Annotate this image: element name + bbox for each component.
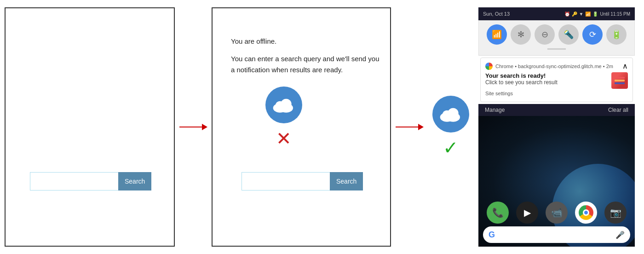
qs-divider [547, 48, 566, 50]
arrow-1 [179, 124, 207, 130]
qs-sync-icon[interactable]: ⟳ [582, 24, 603, 45]
qs-dnd-icon[interactable]: ⊖ [535, 24, 555, 45]
svg-point-7 [448, 108, 458, 119]
site-settings-link[interactable]: Site settings [485, 89, 628, 98]
android-wallpaper: 📞 ▶ 📹 📷 G 🎤 [478, 116, 635, 247]
manage-button[interactable]: Manage [485, 107, 505, 113]
stripe-3 [615, 82, 625, 84]
svg-point-3 [281, 99, 291, 110]
dock-phone-icon[interactable]: 📞 [487, 202, 509, 224]
notification-text-area: Your search is ready! Click to see you s… [485, 72, 608, 86]
cloud-offline-container: ✕ [265, 87, 302, 149]
alarm-icon: ⏰ [564, 12, 570, 17]
qs-battery-saver-icon[interactable]: 🔋 [606, 24, 627, 45]
arrow-1-line [179, 127, 202, 127]
notification-app-label: Chrome • background-sync-optimized.glitc… [495, 64, 613, 69]
signal-icon: 📶 [585, 12, 591, 17]
cloud-svg-result [439, 106, 462, 122]
expand-icon[interactable]: ∧ [622, 62, 628, 70]
notification-title: Your search is ready! [485, 72, 608, 79]
search-button-2[interactable]: Search [330, 172, 363, 190]
vpn-icon: 🔑 [572, 12, 577, 17]
phone-frame-1: Search [5, 7, 175, 247]
search-bar-2: Search [242, 172, 361, 190]
google-search-bar[interactable]: G 🎤 [483, 226, 630, 243]
notification-body: Click to see you search result [485, 79, 608, 86]
search-input-2[interactable] [242, 172, 330, 190]
app-icon-stripes [615, 77, 625, 84]
main-container: Search You are offline. You can enter a … [0, 0, 644, 254]
battery-icon: 🔋 [592, 12, 598, 17]
dock-video-icon[interactable]: 📹 [546, 202, 568, 224]
notification-body-row: Your search is ready! Click to see you s… [485, 72, 628, 89]
arrow-1-head [202, 124, 207, 130]
arrow-2-container [391, 124, 428, 130]
arrow-2-head [418, 124, 424, 130]
qs-flashlight-icon[interactable]: 🔦 [558, 24, 579, 45]
wifi-icon: ▼ [579, 12, 584, 17]
time-label: Until 11:15 PM [600, 12, 630, 17]
qs-wifi-icon[interactable]: 📶 [487, 24, 507, 45]
arrow-2-line [396, 127, 419, 127]
clear-all-button[interactable]: Clear all [608, 107, 628, 113]
stripe-2 [615, 80, 625, 81]
quick-settings-icons: 📶 ✻ ⊖ 🔦 ⟳ 🔋 [483, 24, 631, 45]
google-logo: G [489, 230, 495, 240]
dock-camera-icon[interactable]: 📷 [604, 202, 627, 224]
cloud-svg-offline [272, 97, 295, 113]
x-mark-icon: ✕ [276, 128, 292, 149]
google-mic-icon[interactable]: 🎤 [615, 231, 625, 239]
notification-card[interactable]: Chrome • background-sync-optimized.glitc… [480, 58, 633, 102]
notification-header: Chrome • background-sync-optimized.glitc… [485, 62, 628, 70]
status-bar-right: ⏰ 🔑 ▼ 📶 🔋 Until 11:15 PM [564, 12, 631, 17]
quick-settings-panel: 📶 ✻ ⊖ 🔦 ⟳ 🔋 [478, 20, 635, 56]
search-button-1[interactable]: Search [118, 172, 151, 190]
arrow-1-container [175, 124, 212, 130]
qs-bluetooth-icon[interactable]: ✻ [511, 24, 531, 45]
search-input-1[interactable] [30, 172, 118, 190]
cloud-icon-offline [265, 87, 302, 123]
chrome-icon [485, 63, 493, 70]
offline-line2: You can enter a search query and we'll s… [231, 53, 381, 75]
search-bar-1: Search [30, 172, 150, 190]
dock-play-icon[interactable]: ▶ [516, 202, 538, 224]
stripe-1 [615, 77, 625, 79]
android-dock: 📞 ▶ 📹 📷 [478, 202, 635, 224]
arrow-2 [396, 124, 424, 130]
status-bar: Sun, Oct 13 ⏰ 🔑 ▼ 📶 🔋 Until 11:15 PM [478, 7, 635, 20]
status-date: Sun, Oct 13 [483, 11, 510, 17]
notification-app-info: Chrome • background-sync-optimized.glitc… [485, 63, 613, 70]
notification-app-icon [611, 72, 628, 89]
android-frame: Sun, Oct 13 ⏰ 🔑 ▼ 📶 🔋 Until 11:15 PM 📶 ✻… [478, 7, 635, 247]
offline-message: You are offline. You can enter a search … [231, 36, 381, 82]
offline-line1: You are offline. [231, 36, 381, 47]
manage-bar: Manage Clear all [478, 104, 635, 116]
dock-chrome-icon[interactable] [575, 202, 597, 224]
cloud-result-container: ✓ [432, 96, 469, 158]
cloud-icon-result [432, 96, 469, 133]
phone-frame-2: You are offline. You can enter a search … [212, 7, 391, 247]
check-mark-icon: ✓ [443, 137, 459, 158]
